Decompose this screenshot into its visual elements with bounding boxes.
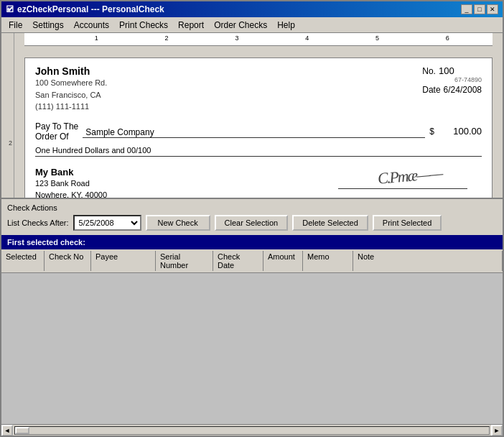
col-header-payee: Payee bbox=[91, 251, 156, 271]
menu-help[interactable]: Help bbox=[273, 19, 299, 32]
order-of-label: Order Of bbox=[35, 132, 69, 142]
pay-to-label: Pay To The bbox=[35, 121, 78, 132]
menu-report[interactable]: Report bbox=[174, 19, 208, 32]
menu-print-checks[interactable]: Print Checks bbox=[115, 19, 172, 32]
window-title: ezCheckPersonal --- PersonalCheck bbox=[17, 4, 164, 14]
no-label: No. bbox=[422, 66, 436, 76]
check-name: John Smith bbox=[35, 65, 107, 77]
list-checks-date-input[interactable]: 5/25/2008 bbox=[73, 215, 141, 231]
menu-order-checks[interactable]: Order Checks bbox=[210, 19, 271, 32]
col-header-selected: Selected bbox=[1, 251, 45, 271]
col-header-memo: Memo bbox=[303, 251, 353, 271]
col-header-amount: Amount bbox=[263, 251, 303, 271]
menu-settings[interactable]: Settings bbox=[28, 19, 67, 32]
left-margin: 2 bbox=[1, 46, 14, 198]
check-address-1: 100 Somewhere Rd. bbox=[35, 77, 107, 89]
payee-name: Sample Company bbox=[85, 127, 154, 137]
check-id: 67-74890 bbox=[422, 76, 482, 83]
col-header-note: Note bbox=[353, 251, 503, 271]
dollar-sign: $ bbox=[429, 126, 434, 137]
table-body bbox=[1, 273, 503, 425]
ruler: 1 2 3 4 5 6 bbox=[24, 33, 493, 46]
check-amount: 100.00 bbox=[439, 126, 482, 137]
signature-image: C.Pmæ—— bbox=[377, 164, 442, 188]
payee-line: Sample Company bbox=[83, 125, 425, 138]
margin-mark-1: 2 bbox=[9, 139, 12, 147]
date-label: Date bbox=[422, 85, 440, 95]
menu-bar: File Settings Accounts Print Checks Repo… bbox=[1, 17, 503, 33]
check-actions-section: Check Actions List Checks After: 5/25/20… bbox=[1, 198, 503, 235]
bottom-scrollbar[interactable]: ◄ ► bbox=[1, 424, 503, 436]
bank-name: My Bank bbox=[35, 167, 107, 178]
check-number: 100 bbox=[439, 65, 454, 76]
col-header-serial: Serial Number bbox=[156, 251, 213, 271]
col-header-date: Check Date bbox=[213, 251, 263, 271]
menu-file[interactable]: File bbox=[4, 19, 27, 32]
minimize-button[interactable]: _ bbox=[461, 4, 472, 14]
signature-area: C.Pmæ—— bbox=[338, 167, 482, 189]
written-amount: One Hundred Dollars and 00/100 bbox=[35, 146, 482, 157]
scrollbar-track[interactable] bbox=[14, 426, 490, 435]
print-selected-button[interactable]: Print Selected bbox=[373, 215, 442, 231]
check-date: 6/24/2008 bbox=[444, 85, 482, 95]
close-button[interactable]: ✕ bbox=[487, 4, 498, 14]
menu-accounts[interactable]: Accounts bbox=[70, 19, 113, 32]
new-check-button[interactable]: New Check bbox=[146, 215, 210, 231]
table-header: Selected Check No Payee Serial Number Ch… bbox=[1, 249, 503, 273]
scroll-left-button[interactable]: ◄ bbox=[1, 425, 13, 436]
col-header-checkno: Check No bbox=[45, 251, 91, 271]
bank-address-2: Nowhere, KY, 40000 bbox=[35, 189, 107, 198]
first-selected-header: First selected check: bbox=[1, 235, 503, 249]
check-phone: (111) 111-1111 bbox=[35, 101, 107, 113]
bank-address-1: 123 Bank Road bbox=[35, 178, 107, 190]
check-actions-title: Check Actions bbox=[7, 203, 497, 212]
first-selected-title: First selected check: bbox=[7, 238, 85, 247]
delete-selected-button[interactable]: Delete Selected bbox=[292, 215, 368, 231]
list-checks-label: List Checks After: bbox=[7, 218, 69, 227]
clear-selection-button[interactable]: Clear Selection bbox=[215, 215, 289, 231]
scroll-right-button[interactable]: ► bbox=[491, 425, 503, 436]
check-address-2: San Francisco, CA bbox=[35, 89, 107, 101]
title-bar: 🗹 ezCheckPersonal --- PersonalCheck _ □ … bbox=[1, 1, 503, 17]
maximize-button[interactable]: □ bbox=[474, 4, 485, 14]
app-icon: 🗹 bbox=[6, 4, 14, 14]
check-preview: John Smith 100 Somewhere Rd. San Francis… bbox=[24, 58, 493, 198]
scrollbar-thumb[interactable] bbox=[15, 427, 29, 434]
